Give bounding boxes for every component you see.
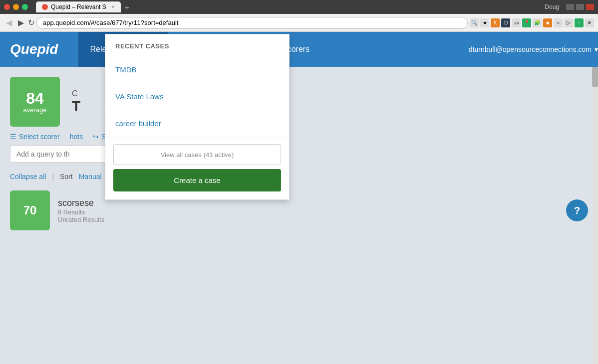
score-label: average [23, 106, 47, 114]
help-icon: ? [574, 205, 580, 216]
results-count: 8 Results [58, 208, 85, 216]
app-body: 84 average C T ☰ Select scorer hots ↪ Sh… [0, 67, 598, 364]
sort-label: Sort [60, 173, 73, 181]
dropdown-section-title: RECENT CASES [105, 34, 289, 56]
manual-sort-link[interactable]: Manual [79, 173, 102, 181]
close-icon[interactable] [586, 4, 594, 10]
dropdown-item-career-builder[interactable]: career builder [105, 110, 289, 137]
tab-close-icon[interactable]: × [111, 3, 115, 10]
app-header: Quepid Relevancy cases ▾ Organizations C… [0, 32, 598, 67]
query-input-wrapper [10, 146, 588, 163]
result-row: 70 scorsese 8 Results Unrated Results ? [10, 185, 588, 235]
select-scorer-link[interactable]: ☰ Select scorer [10, 133, 60, 141]
view-all-cases-button[interactable]: View all cases (41 active) [113, 144, 281, 165]
browser-icon-pin[interactable]: 📍 [522, 18, 531, 27]
new-tab-button[interactable]: + [121, 3, 133, 12]
results-sub: Unrated Results [58, 216, 104, 223]
case-title-area: C T [68, 89, 80, 114]
user-email: dturnbull@opensourceconnections.com [469, 45, 592, 53]
browser-icon-ext3[interactable]: ▷ [564, 18, 573, 27]
browser-icon-k[interactable]: K [491, 18, 500, 27]
browser-icon-ext2[interactable]: ○ [554, 18, 563, 27]
result-meta: 8 Results Unrated Results [58, 208, 558, 223]
collapse-all-link[interactable]: Collapse all [10, 173, 46, 181]
score-badge: 84 average [10, 77, 60, 127]
view-all-label: View all cases [161, 151, 202, 159]
snapshots-label: hots [70, 133, 83, 141]
browser-icon-search[interactable]: 🔍 [470, 18, 479, 27]
reload-button[interactable]: ↻ [28, 18, 34, 27]
browser-icon-orange-ext[interactable]: ■ [543, 18, 552, 27]
view-all-count: (41 active) [204, 151, 234, 159]
forward-button[interactable]: ▶ [16, 17, 26, 28]
dropdown-item-tmdb[interactable]: TMDB [105, 56, 289, 83]
select-scorer-label: Select scorer [19, 133, 60, 141]
sort-bar: Collapse all | Sort Manual ↓ Name Score … [10, 168, 588, 185]
snapshots-link[interactable]: hots [70, 133, 83, 141]
scrollbar[interactable] [592, 67, 598, 364]
address-bar[interactable] [36, 17, 468, 29]
result-score-badge: 70 [10, 190, 50, 230]
dropdown-item-va-state-laws[interactable]: VA State Laws [105, 83, 289, 110]
select-scorer-icon: ☰ [10, 133, 16, 141]
case-title: T [72, 98, 80, 114]
results-list: 70 scorsese 8 Results Unrated Results ? [10, 185, 588, 235]
create-case-button[interactable]: Create a case [113, 169, 281, 191]
tab-title: Quepid – Relevant S [51, 3, 106, 10]
back-button[interactable]: ◀ [4, 17, 14, 28]
header-logo-area: Quepid [0, 32, 78, 67]
browser-icon-menu[interactable]: ≡ [585, 18, 594, 27]
help-button[interactable]: ? [566, 199, 588, 221]
user-menu-chevron: ▾ [595, 45, 598, 53]
app-logo[interactable]: Quepid [10, 41, 58, 57]
browser-icon-puzzle[interactable]: 🧩 [533, 18, 542, 27]
page-wrapper: Quepid – Relevant S × + Doug ◀ ▶ ↻ 🔍 ★ K… [0, 0, 598, 364]
browser-user-label: Doug [545, 3, 563, 10]
action-bar: ☰ Select scorer hots ↪ Share case 🔧 Tune… [10, 133, 588, 141]
score-number: 84 [26, 90, 44, 106]
browser-icon-pocket[interactable]: ⬡ [501, 18, 510, 27]
result-info: scorsese 8 Results Unrated Results [58, 198, 558, 223]
sort-separator: | [52, 173, 54, 181]
share-case-icon: ↪ [93, 133, 99, 141]
dropdown-menu: RECENT CASES TMDB VA State Laws career b… [105, 34, 290, 200]
scrollbar-thumb[interactable] [592, 67, 598, 87]
result-score: 70 [23, 203, 37, 217]
browser-icon-ext4[interactable]: ↑ [575, 18, 584, 27]
browser-icon-star[interactable]: ★ [480, 18, 489, 27]
tab-favicon [42, 4, 48, 10]
minimize-icon[interactable] [566, 4, 574, 10]
browser-icon-cast[interactable]: ▭ [512, 18, 521, 27]
case-header-row: 84 average C T [10, 77, 588, 127]
case-id: C [72, 89, 80, 98]
maximize-icon[interactable] [576, 4, 584, 10]
user-menu[interactable]: dturnbull@opensourceconnections.com ▾ [469, 45, 598, 53]
